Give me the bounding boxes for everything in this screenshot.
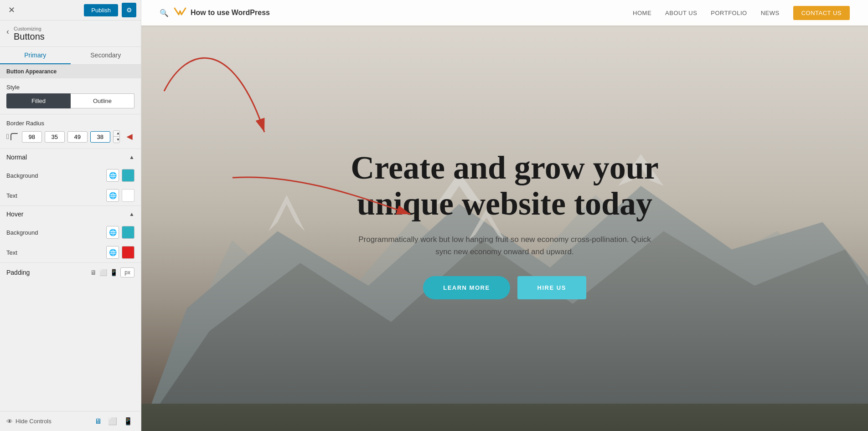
desktop-padding-icon: 🖥 <box>90 269 97 276</box>
nav-contact[interactable]: CONTACT US <box>793 6 850 20</box>
gear-button[interactable]: ⚙ <box>122 3 136 17</box>
normal-bg-globe[interactable]: 🌐 <box>106 169 119 182</box>
arrow-indicator: ◄ <box>124 131 134 143</box>
wp-logo: How to use WordPress <box>173 5 270 21</box>
button-appearance-header: Button Appearance <box>0 65 141 78</box>
tabs-row: Primary Secondary <box>0 47 141 65</box>
nav-portfolio[interactable]: PORTFOLIO <box>711 10 747 16</box>
normal-section-header[interactable]: Normal ▲ <box>0 149 141 165</box>
learn-more-button[interactable]: LEARN MORE <box>423 276 510 299</box>
wp-header: 🔍 How to use WordPress HOME ABOUT US POR… <box>141 0 868 26</box>
hover-section-header[interactable]: Hover ▲ <box>0 205 141 222</box>
normal-text-globe[interactable]: 🌐 <box>106 189 119 202</box>
top-bar: ✕ Publish ⚙ <box>0 0 141 21</box>
tab-primary[interactable]: Primary <box>0 47 71 64</box>
mobile-view-button[interactable]: 📱 <box>122 415 134 427</box>
hover-text-globe[interactable]: 🌐 <box>106 246 119 259</box>
eye-icon: 👁 <box>6 418 13 425</box>
hover-chevron: ▲ <box>129 211 134 217</box>
normal-text-label: Text <box>6 192 17 199</box>
hover-bg-globe[interactable]: 🌐 <box>106 226 119 239</box>
hide-controls-label: Hide Controls <box>16 418 52 425</box>
hire-us-button[interactable]: HIRE US <box>517 276 586 299</box>
hover-text-swatch[interactable] <box>122 246 134 259</box>
close-button[interactable]: ✕ <box>5 3 18 17</box>
hero-section: Create and grow your unique website toda… <box>141 0 868 431</box>
hide-controls-button[interactable]: 👁 Hide Controls <box>6 418 52 425</box>
spinner-up[interactable]: ▲ <box>114 131 120 137</box>
nav-home[interactable]: HOME <box>633 10 651 16</box>
panel-content: Button Appearance Style Filled Outline B… <box>0 65 141 411</box>
hover-bg-label: Background <box>6 229 38 236</box>
customizing-label: Customizing <box>14 26 45 31</box>
desktop-view-button[interactable]: 🖥 <box>93 415 103 427</box>
hero-buttons: LEARN MORE HIRE US <box>350 276 660 299</box>
padding-label: Padding <box>6 269 30 276</box>
preview-panel: 🔍 How to use WordPress HOME ABOUT US POR… <box>141 0 868 431</box>
padding-row: Padding 🖥 ⬜ 📱 px <box>0 262 141 282</box>
style-filled-button[interactable]: Filled <box>6 93 71 108</box>
style-outline-button[interactable]: Outline <box>71 93 134 108</box>
hover-bg-swatch[interactable] <box>122 226 134 239</box>
back-button[interactable]: ‹ <box>6 27 9 36</box>
normal-label: Normal <box>6 154 27 161</box>
hover-text-row: Text 🌐 <box>0 242 141 262</box>
hover-label: Hover <box>6 210 23 218</box>
border-radius-section: Border Radius  ▲ ▼ ◄ <box>0 114 141 149</box>
site-title: How to use WordPress <box>191 9 270 17</box>
hover-text-controls: 🌐 <box>106 246 134 259</box>
normal-chevron: ▲ <box>129 154 134 160</box>
tab-secondary[interactable]: Secondary <box>71 47 141 64</box>
hover-text-label: Text <box>6 249 17 256</box>
bottom-bar: 👁 Hide Controls 🖥 ⬜ 📱 <box>0 411 141 431</box>
normal-text-swatch[interactable] <box>122 189 134 202</box>
radius-spinner: ▲ ▼ <box>113 130 120 143</box>
tablet-view-button[interactable]: ⬜ <box>106 415 119 427</box>
normal-text-row: Text 🌐 <box>0 185 141 205</box>
nav-about[interactable]: ABOUT US <box>665 10 697 16</box>
customizer-panel: ✕ Publish ⚙ ‹ Customizing Buttons Primar… <box>0 0 141 431</box>
hero-subtitle: Programmatically work but low hanging fr… <box>350 233 660 258</box>
mobile-padding-icon: 📱 <box>110 269 118 276</box>
back-nav: ‹ Customizing Buttons <box>0 21 141 47</box>
border-radius-input-1[interactable] <box>22 131 42 143</box>
hero-title: Create and grow your unique website toda… <box>350 150 660 222</box>
normal-text-controls: 🌐 <box>106 189 134 202</box>
padding-controls: 🖥 ⬜ 📱 px <box>90 267 134 277</box>
hero-content: Create and grow your unique website toda… <box>350 150 660 299</box>
normal-bg-swatch[interactable] <box>122 169 134 182</box>
site-nav: HOME ABOUT US PORTFOLIO NEWS CONTACT US <box>633 6 850 20</box>
padding-value: px <box>120 267 134 277</box>
border-radius-input-2[interactable] <box>45 131 65 143</box>
normal-bg-label: Background <box>6 172 38 179</box>
style-section: Style Filled Outline <box>0 78 141 114</box>
style-label: Style <box>6 84 134 91</box>
hover-background-row: Background 🌐 <box>0 222 141 242</box>
style-toggle: Filled Outline <box>6 93 134 108</box>
normal-background-row: Background 🌐 <box>0 165 141 185</box>
search-icon[interactable]: 🔍 <box>160 9 169 17</box>
nav-news[interactable]: NEWS <box>761 10 780 16</box>
spinner-down[interactable]: ▼ <box>114 137 120 143</box>
normal-bg-controls: 🌐 <box>106 169 134 182</box>
publish-button[interactable]: Publish <box>84 4 118 16</box>
hover-bg-controls: 🌐 <box>106 226 134 239</box>
border-radius-input-3[interactable] <box>67 131 88 143</box>
logo-w-icon <box>173 5 187 21</box>
border-radius-inputs:  ▲ ▼ ◄ <box>6 130 134 143</box>
border-radius-icon:  <box>6 132 19 142</box>
tablet-padding-icon: ⬜ <box>99 269 107 276</box>
device-buttons: 🖥 ⬜ 📱 <box>93 415 134 427</box>
section-title: Buttons <box>14 31 45 42</box>
border-radius-label: Border Radius <box>6 120 134 127</box>
border-radius-input-4[interactable] <box>90 131 110 143</box>
